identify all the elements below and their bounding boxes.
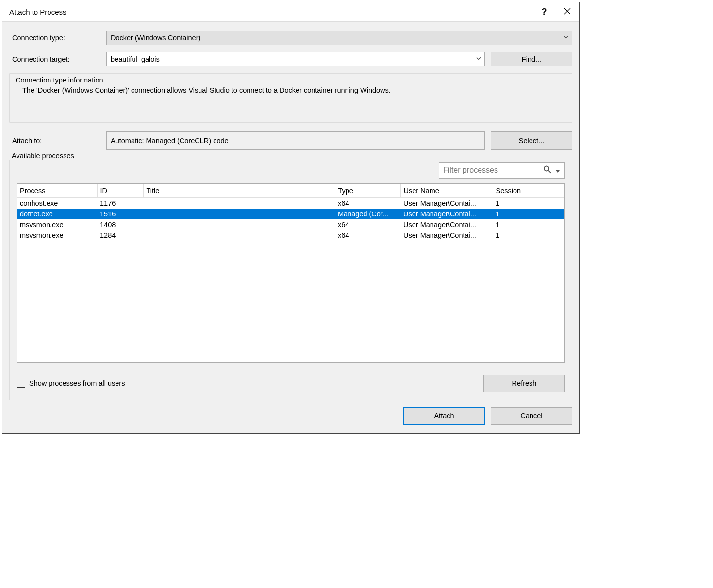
select-button-label: Select... xyxy=(519,137,544,145)
attach-to-row: Attach to: Automatic: Managed (CoreCLR) … xyxy=(9,131,572,150)
cell-id: 1176 xyxy=(97,198,143,209)
cell-type: Managed (Cor... xyxy=(335,209,400,219)
cell-title xyxy=(143,198,335,209)
table-row[interactable]: conhost.exe1176x64User Manager\Contai...… xyxy=(17,198,564,209)
chevron-down-icon[interactable] xyxy=(556,166,560,174)
available-processes-group: Available processes Filter processes xyxy=(9,157,572,400)
col-session[interactable]: Session xyxy=(493,184,564,198)
processes-table-wrap: Process ID Title Type User Name Session … xyxy=(17,183,565,363)
connection-type-combo[interactable]: Docker (Windows Container) xyxy=(106,31,572,45)
search-icon xyxy=(543,165,552,176)
col-title[interactable]: Title xyxy=(143,184,335,198)
table-header-row: Process ID Title Type User Name Session xyxy=(17,184,564,198)
cell-process: msvsmon.exe xyxy=(17,219,97,230)
cell-process: conhost.exe xyxy=(17,198,97,209)
cell-id: 1408 xyxy=(97,219,143,230)
cell-session: 1 xyxy=(493,198,564,209)
cell-user: User Manager\Contai... xyxy=(400,230,493,241)
cell-user: User Manager\Contai... xyxy=(400,219,493,230)
cell-id: 1516 xyxy=(97,209,143,219)
find-button-label: Find... xyxy=(522,55,541,63)
close-icon xyxy=(564,8,571,16)
connection-info-text: The 'Docker (Windows Container)' connect… xyxy=(16,86,566,94)
filter-placeholder: Filter processes xyxy=(443,166,498,175)
cell-type: x64 xyxy=(335,219,400,230)
connection-type-row: Connection type: Docker (Windows Contain… xyxy=(9,31,572,45)
attach-to-value: Automatic: Managed (CoreCLR) code xyxy=(111,137,229,145)
cancel-button[interactable]: Cancel xyxy=(491,407,572,425)
titlebar: Attach to Process ? xyxy=(2,2,579,22)
col-id[interactable]: ID xyxy=(97,184,143,198)
svg-line-3 xyxy=(548,171,551,173)
connection-type-label: Connection type: xyxy=(9,34,106,42)
window-title: Attach to Process xyxy=(9,8,532,16)
cell-session: 1 xyxy=(493,209,564,219)
find-button[interactable]: Find... xyxy=(491,52,572,66)
cell-title xyxy=(143,219,335,230)
processes-table[interactable]: Process ID Title Type User Name Session … xyxy=(17,184,564,241)
refresh-button[interactable]: Refresh xyxy=(483,375,565,392)
cell-session: 1 xyxy=(493,230,564,241)
cancel-button-label: Cancel xyxy=(520,412,542,420)
filter-row: Filter processes xyxy=(10,162,572,183)
cell-type: x64 xyxy=(335,198,400,209)
attach-to-field: Automatic: Managed (CoreCLR) code xyxy=(106,131,485,150)
connection-target-value: beautiful_galois xyxy=(111,55,160,63)
filter-processes-input[interactable]: Filter processes xyxy=(439,162,565,179)
table-row[interactable]: msvsmon.exe1284x64User Manager\Contai...… xyxy=(17,230,564,241)
chevron-down-icon xyxy=(476,57,481,62)
connection-info-title: Connection type information xyxy=(16,76,566,84)
col-type[interactable]: Type xyxy=(335,184,400,198)
show-all-users-label: Show processes from all users xyxy=(29,379,125,387)
checkbox-box xyxy=(17,379,25,388)
cell-user: User Manager\Contai... xyxy=(400,209,493,219)
connection-type-value: Docker (Windows Container) xyxy=(111,34,200,42)
close-button[interactable] xyxy=(556,2,579,22)
col-process[interactable]: Process xyxy=(17,184,97,198)
attach-to-process-dialog: Attach to Process ? Connection type: Doc… xyxy=(2,2,580,434)
attach-to-label: Attach to: xyxy=(9,137,106,145)
select-button[interactable]: Select... xyxy=(491,131,572,150)
cell-user: User Manager\Contai... xyxy=(400,198,493,209)
col-user[interactable]: User Name xyxy=(400,184,493,198)
available-processes-title: Available processes xyxy=(9,152,77,160)
cell-title xyxy=(143,230,335,241)
show-all-users-checkbox[interactable]: Show processes from all users xyxy=(17,379,125,388)
cell-title xyxy=(143,209,335,219)
svg-marker-4 xyxy=(556,170,560,173)
refresh-button-label: Refresh xyxy=(512,379,537,387)
cell-process: dotnet.exe xyxy=(17,209,97,219)
attach-button-label: Attach xyxy=(434,412,454,420)
cell-type: x64 xyxy=(335,230,400,241)
table-row[interactable]: msvsmon.exe1408x64User Manager\Contai...… xyxy=(17,219,564,230)
chevron-down-icon xyxy=(564,36,568,40)
table-row[interactable]: dotnet.exe1516Managed (Cor...User Manage… xyxy=(17,209,564,219)
cell-session: 1 xyxy=(493,219,564,230)
connection-target-label: Connection target: xyxy=(9,55,106,63)
dialog-body: Connection type: Docker (Windows Contain… xyxy=(2,22,579,433)
attach-button[interactable]: Attach xyxy=(403,407,485,425)
connection-info-group: Connection type information The 'Docker … xyxy=(9,73,572,123)
cell-id: 1284 xyxy=(97,230,143,241)
footer-row: Attach Cancel xyxy=(9,400,572,426)
available-bottom-row: Show processes from all users Refresh xyxy=(10,370,572,400)
connection-target-combo[interactable]: beautiful_galois xyxy=(106,52,485,66)
help-button[interactable]: ? xyxy=(532,2,556,22)
connection-target-row: Connection target: beautiful_galois Find… xyxy=(9,52,572,66)
cell-process: msvsmon.exe xyxy=(17,230,97,241)
help-icon: ? xyxy=(542,7,547,17)
svg-point-2 xyxy=(544,166,549,171)
